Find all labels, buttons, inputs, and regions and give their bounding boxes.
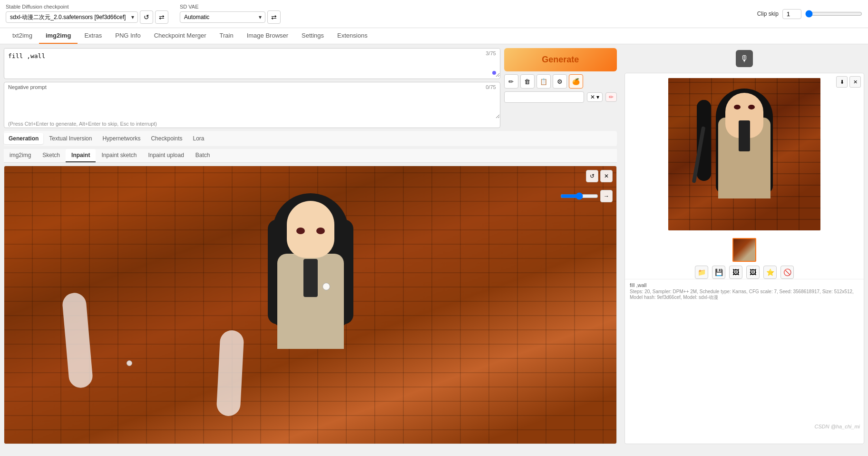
output-folder-btn[interactable]: 📁 — [695, 266, 708, 279]
neg-token-count: 0/75 — [486, 84, 496, 90]
positive-prompt-input[interactable]: fill ,wall — [4, 49, 500, 77]
output-main-image — [668, 78, 820, 230]
canvas-content — [4, 166, 616, 444]
checkpoint-exchange-btn[interactable]: ⇄ — [155, 10, 168, 24]
canvas-reset-btn[interactable]: ↺ — [586, 170, 598, 182]
canvas-area[interactable]: ℹ — [4, 166, 617, 444]
clip-skip-slider[interactable] — [805, 10, 862, 18]
token-count: 3/75 — [486, 50, 496, 56]
output-image-btn[interactable]: 🖼 — [746, 266, 760, 279]
trash-button[interactable]: 🗑 — [520, 74, 535, 89]
watermark: CSDN @ha_chi_mi — [814, 424, 860, 429]
brush-controls: → — [560, 190, 613, 202]
output-star-btn[interactable]: ⭐ — [763, 266, 777, 279]
output-no-btn[interactable]: 🚫 — [780, 266, 794, 279]
negative-prompt-input[interactable] — [4, 90, 500, 119]
action-buttons-row: ✏ 🗑 📋 ⚙ 🍊 — [504, 74, 617, 89]
innertab-batch[interactable]: Batch — [190, 149, 216, 162]
vae-section: SD VAE Automatic ⇄ — [180, 4, 281, 24]
clip-skip-input[interactable] — [782, 9, 801, 19]
edit-button[interactable]: ✏ — [504, 74, 518, 89]
subtab-lora[interactable]: Lora — [188, 133, 209, 144]
output-close-btn[interactable]: ✕ — [849, 76, 861, 88]
extra-pencil-btn[interactable]: ✏ — [605, 92, 617, 102]
tab-txt2img[interactable]: txt2img — [6, 28, 39, 44]
canvas-arrow-btn[interactable]: → — [600, 190, 613, 202]
output-download-btn[interactable]: ⬇ — [836, 76, 848, 88]
tab-checkpoint-merger[interactable]: Checkpoint Merger — [147, 28, 213, 44]
output-meta-text: fill ,wall — [630, 282, 859, 288]
tab-png-info[interactable]: PNG Info — [108, 28, 147, 44]
output-meta-detail: Steps: 20, Sampler: DPM++ 2M, Schedule t… — [630, 289, 859, 301]
subtab-generation[interactable]: Generation — [4, 133, 43, 144]
brush-cursor — [322, 283, 330, 290]
innertab-inpaint-sketch[interactable]: Inpaint sketch — [96, 149, 142, 162]
sd-vae-label: SD VAE — [180, 4, 281, 10]
vae-dropdown[interactable]: Automatic — [180, 11, 265, 23]
output-bottom-icons: 📁 💾 🖼 🖼 ⭐ 🚫 — [695, 266, 794, 279]
output-character — [697, 86, 792, 230]
output-meta: fill ,wall Steps: 20, Sampler: DPM++ 2M,… — [625, 279, 864, 304]
main-content: 3/75 fill ,wall Negative prompt 0/75 (Pr… — [0, 44, 868, 448]
output-area: ⬇ ✕ — [624, 73, 864, 444]
tab-extras[interactable]: Extras — [78, 28, 108, 44]
positive-prompt-area: 3/75 fill ,wall — [4, 48, 500, 79]
innertab-inpaint[interactable]: Inpaint — [66, 149, 96, 162]
vest — [303, 259, 318, 297]
face — [287, 201, 334, 258]
paste-button[interactable]: 🍊 — [569, 74, 583, 89]
sub-tabs: Generation Textual Inversion Hypernetwor… — [4, 131, 617, 146]
speaker-icon[interactable]: 🎙 — [736, 50, 753, 67]
output-thumbnail[interactable] — [732, 238, 756, 262]
subtab-checkpoints[interactable]: Checkpoints — [146, 133, 187, 144]
checkpoint-select-wrapper: sdxl-动漫二次元_2.0.safetensors [9ef3d66cef] … — [6, 10, 168, 24]
clip-skip-label: Clip skip — [757, 10, 779, 17]
nav-tabs: txt2img img2img Extras PNG Info Checkpoi… — [0, 28, 868, 44]
top-bar: Stable Diffusion checkpoint sdxl-动漫二次元_2… — [0, 0, 868, 28]
checkpoint-dropdown-wrapper[interactable]: sdxl-动漫二次元_2.0.safetensors [9ef3d66cef] — [6, 11, 138, 23]
vae-dropdown-wrapper[interactable]: Automatic — [180, 11, 265, 23]
checkpoint-label: Stable Diffusion checkpoint — [6, 4, 168, 10]
neg-prompt-hint: (Press Ctrl+Enter to generate, Alt+Enter… — [4, 120, 500, 128]
extra-input[interactable] — [504, 91, 584, 103]
checkpoint-dropdown[interactable]: sdxl-动漫二次元_2.0.safetensors [9ef3d66cef] — [6, 11, 138, 23]
extra-row: ✕ ▾ ✏ — [504, 91, 617, 103]
character-figure — [244, 180, 377, 444]
negative-prompt-area: Negative prompt 0/75 (Press Ctrl+Enter t… — [4, 82, 500, 128]
prompt-generate-row: 3/75 fill ,wall Negative prompt 0/75 (Pr… — [4, 48, 617, 128]
innertab-img2img[interactable]: img2img — [4, 149, 37, 162]
output-top-icons: ⬇ ✕ — [836, 76, 861, 88]
checkpoint-section: Stable Diffusion checkpoint sdxl-动漫二次元_2… — [6, 4, 168, 24]
canvas-remove-btn[interactable]: ✕ — [600, 170, 613, 182]
vae-exchange-btn[interactable]: ⇄ — [267, 10, 281, 24]
eye-right — [316, 228, 325, 234]
neg-prompt-label: Negative prompt — [8, 84, 47, 90]
innertab-inpaint-upload[interactable]: Inpaint upload — [142, 149, 189, 162]
tab-img2img[interactable]: img2img — [39, 28, 78, 44]
subtab-textual-inversion[interactable]: Textual Inversion — [44, 133, 97, 144]
tab-image-browser[interactable]: Image Browser — [240, 28, 295, 44]
clip-skip-section: Clip skip — [757, 9, 862, 19]
extra-clear-btn[interactable]: ✕ ▾ — [587, 92, 603, 102]
canvas-toolbar: ↺ ✕ — [586, 170, 613, 182]
brush-size-slider[interactable] — [560, 192, 598, 200]
settings-button[interactable]: ⚙ — [553, 74, 567, 89]
checkpoint-refresh-btn[interactable]: ↺ — [140, 10, 153, 24]
clipboard-button[interactable]: 📋 — [536, 74, 551, 89]
tab-extensions[interactable]: Extensions — [331, 28, 374, 44]
left-panel: 3/75 fill ,wall Negative prompt 0/75 (Pr… — [0, 44, 621, 448]
thumbnail-strip — [732, 234, 756, 262]
innertab-sketch[interactable]: Sketch — [37, 149, 66, 162]
generate-button[interactable]: Generate — [504, 48, 617, 71]
output-header-row: 🎙 — [624, 48, 864, 69]
inner-tabs: img2img Sketch Inpaint Inpaint sketch In… — [4, 149, 617, 163]
subtab-hypernetworks[interactable]: Hypernetworks — [98, 133, 145, 144]
gen-toolbar-col: Generate ✏ 🗑 📋 ⚙ 🍊 ✕ ▾ ✏ — [504, 48, 617, 103]
tab-train[interactable]: Train — [213, 28, 240, 44]
output-grid-btn[interactable]: 🖼 — [729, 266, 742, 279]
vae-row: Automatic ⇄ — [180, 10, 281, 24]
right-panel: 🎙 ⬇ ✕ — [621, 44, 868, 448]
output-save-btn[interactable]: 💾 — [712, 266, 725, 279]
tab-settings[interactable]: Settings — [295, 28, 331, 44]
prompt-dot — [492, 71, 496, 75]
